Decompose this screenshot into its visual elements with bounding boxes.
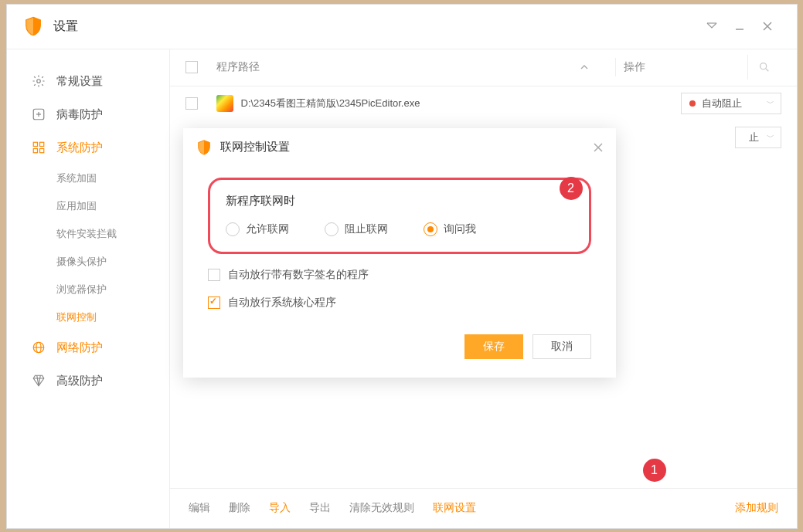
action-label: 止 <box>749 130 759 144</box>
sidebar-label: 网络防护 <box>56 341 103 355</box>
dialog-title: 联网控制设置 <box>220 140 593 154</box>
radio-icon <box>424 222 437 236</box>
window-title: 设置 <box>53 19 698 35</box>
cancel-button[interactable]: 取消 <box>532 334 591 359</box>
plus-box-icon <box>32 107 46 121</box>
sidebar-item-general[interactable]: 常规设置 <box>7 65 169 98</box>
annotation-badge-2: 2 <box>560 177 583 200</box>
chevron-down-icon: ﹀ <box>767 132 774 143</box>
row-path: D:\2345看图王精简版\2345PicEditor.exe <box>241 97 681 110</box>
sidebar-item-system[interactable]: 系统防护 <box>7 131 169 164</box>
radio-ask[interactable]: 询问我 <box>424 222 476 236</box>
chevron-down-icon: ﹀ <box>767 98 774 109</box>
sidebar-item-advanced[interactable]: 高级防护 <box>7 364 169 398</box>
radio-icon <box>226 222 240 236</box>
sidebar-label: 系统防护 <box>56 141 103 155</box>
sidebar-sub-network-control[interactable]: 联网控制 <box>7 303 169 331</box>
svg-point-4 <box>36 80 40 83</box>
diamond-icon <box>32 374 46 388</box>
column-operation: 操作 <box>624 60 747 74</box>
minimize-icon[interactable] <box>726 12 754 40</box>
sidebar-sub-app-harden[interactable]: 应用加固 <box>7 192 169 220</box>
checkbox-icon <box>208 296 220 309</box>
toolbar-export[interactable]: 导出 <box>309 501 331 515</box>
svg-rect-9 <box>39 142 43 146</box>
highlighted-section: 2 新程序联网时 允许联网 阻止联网 询问我 <box>208 178 591 254</box>
table-row: D:\2345看图王精简版\2345PicEditor.exe 自动阻止 ﹀ <box>170 86 797 120</box>
checkbox-label: 自动放行系统核心程序 <box>228 296 336 310</box>
toolbar-clear[interactable]: 清除无效规则 <box>349 501 414 515</box>
action-select[interactable]: 止 ﹀ <box>735 127 781 148</box>
titlebar: 设置 <box>7 5 797 49</box>
bottom-toolbar: 编辑 删除 导入 导出 清除无效规则 联网设置 添加规则 <box>170 488 797 528</box>
radio-label: 阻止联网 <box>345 222 388 236</box>
annotation-badge-1: 1 <box>643 459 666 482</box>
gear-icon <box>32 74 46 88</box>
radio-block[interactable]: 阻止联网 <box>325 222 388 236</box>
status-dot-icon <box>689 100 696 107</box>
search-icon[interactable] <box>747 55 781 80</box>
sidebar-item-network[interactable]: 网络防护 <box>7 331 169 364</box>
column-path[interactable]: 程序路径 <box>216 60 580 74</box>
checkbox-core-programs[interactable]: 自动放行系统核心程序 <box>208 296 591 310</box>
toolbar-edit[interactable]: 编辑 <box>189 501 210 515</box>
save-button[interactable]: 保存 <box>464 334 523 359</box>
svg-rect-11 <box>39 149 43 153</box>
toolbar-import[interactable]: 导入 <box>269 501 291 515</box>
sidebar: 常规设置 病毒防护 系统防护 系统加固 应用加固 软件安装拦截 摄像头保护 浏览… <box>7 49 169 528</box>
svg-point-15 <box>760 63 767 69</box>
svg-line-16 <box>766 69 768 71</box>
app-icon <box>216 95 233 112</box>
globe-icon <box>32 341 46 354</box>
toolbar-delete[interactable]: 删除 <box>229 501 250 515</box>
checkbox-label: 自动放行带有数字签名的程序 <box>228 268 369 282</box>
radio-label: 询问我 <box>444 222 476 236</box>
svg-rect-8 <box>33 142 37 146</box>
toolbar-net-settings[interactable]: 联网设置 <box>433 501 476 515</box>
select-all-checkbox[interactable] <box>185 61 198 73</box>
app-shield-icon <box>196 139 213 156</box>
dialog-close-icon[interactable] <box>593 142 604 153</box>
action-select[interactable]: 自动阻止 ﹀ <box>681 93 781 114</box>
close-icon[interactable] <box>754 12 781 40</box>
sort-icon[interactable] <box>580 63 607 72</box>
dropdown-icon[interactable] <box>698 12 726 40</box>
sidebar-label: 常规设置 <box>56 74 103 89</box>
sidebar-label: 高级防护 <box>56 374 103 388</box>
toolbar-add-rule[interactable]: 添加规则 <box>735 501 778 515</box>
table-header: 程序路径 操作 <box>170 49 797 86</box>
settings-window: 设置 常规设置 病毒防护 系统防护 系统加固 应用加固 <box>6 4 798 529</box>
sidebar-sub-browser[interactable]: 浏览器保护 <box>7 276 169 303</box>
sidebar-sub-system-harden[interactable]: 系统加固 <box>7 164 169 192</box>
sidebar-label: 病毒防护 <box>56 107 103 122</box>
action-label: 自动阻止 <box>702 97 742 110</box>
grid-icon <box>32 141 46 154</box>
radio-allow[interactable]: 允许联网 <box>226 222 289 236</box>
network-settings-dialog: 联网控制设置 2 新程序联网时 允许联网 阻止联网 <box>183 128 616 378</box>
app-shield-icon <box>22 15 44 37</box>
radio-icon <box>325 222 339 236</box>
svg-rect-10 <box>33 149 37 153</box>
checkbox-signed-programs[interactable]: 自动放行带有数字签名的程序 <box>208 268 591 282</box>
sidebar-item-virus[interactable]: 病毒防护 <box>7 98 169 131</box>
radio-label: 允许联网 <box>246 222 289 236</box>
checkbox-icon <box>208 269 220 281</box>
row-checkbox[interactable] <box>185 97 198 110</box>
sidebar-sub-install-block[interactable]: 软件安装拦截 <box>7 220 169 248</box>
sidebar-sub-camera[interactable]: 摄像头保护 <box>7 248 169 276</box>
section-title: 新程序联网时 <box>226 194 573 208</box>
